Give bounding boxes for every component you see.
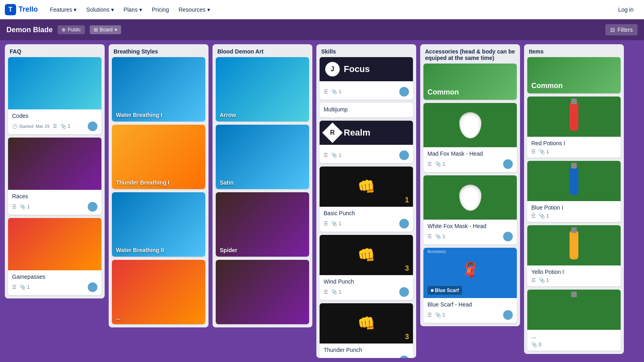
card-title: Mad Fox Mask - Head xyxy=(427,150,513,157)
avatar xyxy=(503,232,513,241)
card-body: Codes🕐 Started: Mar 29☰📎 1 xyxy=(8,109,101,134)
list-item[interactable]: Thunder Breathing I xyxy=(112,125,205,189)
list-item[interactable]: Yello Potion I ☰📎 1 xyxy=(527,225,621,286)
avatar xyxy=(503,159,513,169)
attachment-icon: 📎 1 xyxy=(331,89,341,95)
nav-features[interactable]: Features ▾ xyxy=(46,4,80,15)
list-item[interactable]: Blue Potion I ☰📎 1 xyxy=(527,161,621,222)
list-item[interactable]: White Fox Mask - Head ☰📎 1 xyxy=(423,175,517,245)
list-item[interactable]: Red Potions I ☰📎 1 xyxy=(527,97,621,158)
list-item[interactable]: Multijump xyxy=(320,103,413,117)
card-body: Wind Punch ☰📎 1 xyxy=(320,275,413,300)
avatar xyxy=(399,219,409,228)
card-meta: ☰📎 1 xyxy=(324,356,409,358)
card-body: Mad Fox Mask - Head ☰📎 1 xyxy=(423,147,517,172)
punch-number: 3 xyxy=(405,333,409,341)
card-meta: ☰📎 1 xyxy=(531,213,617,219)
list-item[interactable]: Spider xyxy=(216,192,309,257)
list-item[interactable]: Water Breathing I xyxy=(112,57,205,121)
trello-logo[interactable]: T Trello xyxy=(5,4,38,15)
list-item[interactable]: Codes🕐 Started: Mar 29☰📎 1 xyxy=(8,57,101,134)
card-meta: 📎 0 xyxy=(531,342,617,348)
avatar xyxy=(503,310,513,320)
card-title: Basic Punch xyxy=(324,210,409,216)
grid-icon: ⊞ xyxy=(94,27,98,33)
avatar xyxy=(88,202,97,212)
column-breathing: Breathing Styles Water Breathing I Thund… xyxy=(109,44,208,327)
list-item[interactable]: Mad Fox Mask - Head ☰📎 1 xyxy=(423,103,517,172)
list-item[interactable]: R Realm ☰📎 1 xyxy=(320,121,413,163)
list-icon: ☰ xyxy=(12,284,17,290)
attachment-icon: 📎 1 xyxy=(539,149,549,154)
card-body: Races☰📎 1 xyxy=(8,190,101,215)
list-item[interactable]: Water Breathing II xyxy=(112,192,205,257)
board-view-badge[interactable]: ⊞ Board ▾ xyxy=(90,25,121,34)
list-icon: ☰ xyxy=(531,213,536,219)
nav-solutions[interactable]: Solutions ▾ xyxy=(82,4,118,15)
attachment-icon: 📎 1 xyxy=(331,289,341,295)
list-icon: ☰ xyxy=(427,312,432,318)
list-icon: ☰ xyxy=(531,278,536,283)
filters-button[interactable]: ⊟ Filters xyxy=(605,24,638,35)
card-body: White Fox Mask - Head ☰📎 1 xyxy=(423,220,517,245)
card-body: Red Potions I ☰📎 1 xyxy=(527,137,621,158)
card-timestamp: 🕐 Started: Mar 29 xyxy=(12,124,50,129)
list-item[interactable]: Accessory 🧣 ■ Blue Scarf Blue Scarf - He… xyxy=(423,248,517,323)
list-icon: ☰ xyxy=(53,123,57,129)
globe-icon: ⊕ xyxy=(62,27,66,33)
list-item[interactable]: 👊 1 Basic Punch ☰📎 1 xyxy=(320,167,413,232)
list-item[interactable]: J Focus ☰📎 1 xyxy=(320,57,413,100)
avatar xyxy=(399,87,409,97)
card-title: Blue Potion I xyxy=(531,204,617,211)
list-icon: ☰ xyxy=(324,221,328,226)
card-body: Basic Punch ☰📎 1 xyxy=(320,207,413,232)
list-icon: ☰ xyxy=(324,152,328,158)
list-item[interactable]: Arrow xyxy=(216,57,309,121)
column-accessories: Accessories (head & body can be equiped … xyxy=(420,44,520,326)
avatar xyxy=(399,150,409,160)
list-item[interactable]: Common xyxy=(423,64,517,100)
column-header: Accessories (head & body can be equiped … xyxy=(420,44,520,64)
avatar xyxy=(399,287,409,297)
list-item[interactable]: Common xyxy=(527,57,621,93)
card-body: Blue Scarf - Head ☰📎 1 xyxy=(423,298,517,323)
punch-number: 3 xyxy=(405,264,409,273)
trello-logo-text: Trello xyxy=(19,5,38,14)
login-button[interactable]: Log in xyxy=(613,4,639,15)
nav-plans[interactable]: Plans ▾ xyxy=(120,4,146,15)
nav-resources[interactable]: Resources ▾ xyxy=(175,4,214,15)
card-title: Red Potions I xyxy=(531,140,617,146)
column-content: Arrow Satin Spider xyxy=(213,57,312,327)
card-title: Blue Scarf - Head xyxy=(427,301,513,308)
chevron-down-icon: ▾ xyxy=(139,6,142,13)
nav-pricing[interactable]: Pricing xyxy=(148,4,173,15)
attachment-icon: 📎 1 xyxy=(539,213,549,219)
column-items: Items Common Red Potions I ☰📎 1 Blue Pot… xyxy=(524,44,624,354)
attachment-icon: 📎 1 xyxy=(435,234,445,239)
list-item[interactable]: ... xyxy=(112,260,205,324)
card-title: Thunder Punch xyxy=(324,347,409,353)
card-meta: ☰📎 1 xyxy=(427,159,513,169)
chevron-down-icon: ▾ xyxy=(207,6,210,13)
board-header: Demon Blade ⊕ Public ⊞ Board ▾ ⊟ Filters xyxy=(0,19,644,40)
card-meta: ☰📎 1 xyxy=(12,202,97,212)
public-badge[interactable]: ⊕ Public xyxy=(58,25,85,34)
list-item[interactable]: 👊 3 Thunder Punch ☰📎 1 xyxy=(320,303,413,358)
list-item[interactable]: Races☰📎 1 xyxy=(8,138,101,215)
card-meta: 🕐 Started: Mar 29☰📎 1 xyxy=(12,121,97,131)
list-item[interactable]: Gamepasses☰📎 1 xyxy=(8,218,101,295)
list-item[interactable]: Satin xyxy=(216,125,309,189)
attachment-icon: 📎 1 xyxy=(435,312,445,318)
column-content: Common Red Potions I ☰📎 1 Blue Potion I … xyxy=(524,57,624,354)
list-item[interactable] xyxy=(216,260,309,324)
list-item[interactable]: 👊 3 Wind Punch ☰📎 1 xyxy=(320,235,413,300)
attachment-icon: 📎 1 xyxy=(539,278,549,283)
list-item[interactable]: ... 📎 0 xyxy=(527,290,621,351)
list-icon: ☰ xyxy=(12,204,17,210)
column-header: Blood Demon Art xyxy=(213,44,312,57)
list-icon: ☰ xyxy=(324,89,328,95)
mask-image xyxy=(459,112,481,138)
avatar xyxy=(399,356,409,358)
trello-logo-icon: T xyxy=(5,4,16,15)
attachment-icon: 📎 1 xyxy=(331,221,341,226)
